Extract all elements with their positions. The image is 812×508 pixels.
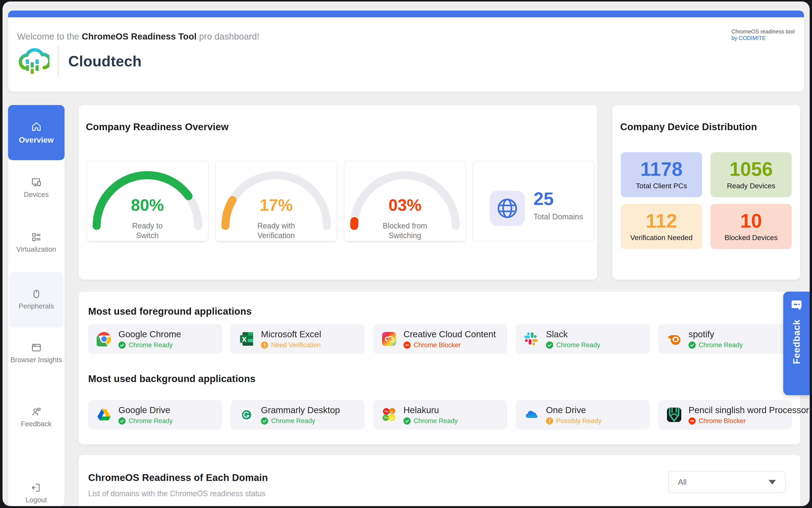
feedback-tab-label: Feedback — [791, 320, 802, 364]
app-tile-spotify[interactable]: spotify Chrome Ready — [658, 324, 792, 354]
onedrive-icon — [524, 408, 539, 422]
device-distribution-title: Company Device Distribution — [620, 121, 757, 132]
feedback-bubble-icon — [790, 299, 803, 312]
background-apps-title: Most used background applications — [88, 373, 256, 384]
grammarly-icon — [239, 408, 254, 422]
device-distribution-card: Company Device Distribution 1178 Total C… — [612, 105, 800, 280]
gauge-label: Blocked fromSwitching — [344, 221, 466, 241]
domain-readiness-card: ChromeOS Readiness of Each Domain List o… — [79, 455, 800, 506]
total-domains-value: 25 — [534, 188, 554, 209]
warning-circle-icon — [261, 341, 268, 349]
cloudtech-logo — [18, 45, 49, 78]
stat-ready-devices: 1056 Ready Devices — [710, 152, 792, 197]
app-tile-one-drive[interactable]: One Drive Possibly Ready — [516, 400, 650, 430]
company-name: Cloudtech — [68, 53, 142, 70]
dashboard-page: Welcome to the ChromeOS Readiness Tool p… — [3, 1, 810, 506]
slack-icon — [524, 332, 539, 346]
domain-readiness-subtitle: List of domains with the ChromeOS readin… — [88, 489, 265, 498]
microsoft-excel-icon — [239, 332, 254, 346]
check-circle-icon — [261, 417, 268, 425]
check-circle-icon — [403, 417, 411, 425]
gauge-value: 03% — [344, 196, 466, 215]
globe-icon — [496, 197, 519, 220]
check-circle-icon — [546, 341, 553, 349]
app-tile-creative-cloud[interactable]: Creative Cloud Content Chrome Blocker — [373, 324, 507, 354]
app-tile-pencil-word-processor[interactable]: Pencil singlish word Processor Chrome Bl… — [658, 400, 792, 430]
sidebar: Overview Devices Virtualization — [8, 105, 65, 506]
mouse-icon — [31, 289, 42, 299]
google-drive-icon — [96, 408, 111, 422]
app-tile-helakuru[interactable]: Helakuru Chrome Ready — [373, 400, 507, 430]
gauge-value: 17% — [216, 196, 337, 215]
creative-cloud-icon — [382, 332, 396, 346]
gauge-ready-with-verification: 17% Ready withVerification — [215, 161, 337, 241]
app-tile-google-chrome[interactable]: Google Chrome Chrome Ready — [88, 324, 222, 354]
google-chrome-icon — [96, 332, 111, 346]
brand-title: ChromeOS readiness tool — [731, 28, 795, 35]
stat-verification-needed: 112 Verification Needed — [621, 204, 702, 249]
pencil-icon — [667, 408, 682, 422]
check-circle-icon — [689, 341, 696, 349]
sidebar-item-peripherals[interactable]: Peripherals — [8, 289, 65, 310]
gauge-ready-to-switch: 80% Ready toSwitch — [86, 161, 208, 241]
total-domains-label: Total Domains — [534, 212, 583, 221]
sidebar-item-feedback[interactable]: Feedback — [8, 406, 65, 428]
readiness-overview-card: Company Readiness Overview 80% Ready toS… — [79, 105, 597, 280]
logout-icon — [31, 482, 42, 493]
readiness-overview-title: Company Readiness Overview — [86, 121, 229, 132]
check-circle-icon — [118, 417, 126, 425]
sidebar-item-overview[interactable]: Overview — [8, 105, 65, 160]
home-icon — [31, 121, 42, 132]
sidebar-item-devices[interactable]: Devices — [8, 177, 65, 199]
check-circle-icon — [118, 341, 126, 349]
browser-icon — [31, 342, 42, 353]
app-tile-slack[interactable]: Slack Chrome Ready — [516, 324, 650, 354]
devices-icon — [31, 177, 42, 188]
header-card: Welcome to the ChromeOS Readiness Tool p… — [8, 10, 804, 91]
virtualization-icon — [31, 232, 42, 242]
header-accent-bar — [8, 10, 804, 17]
gauge-value: 80% — [87, 196, 208, 215]
blocked-circle-icon — [689, 417, 696, 425]
helakuru-icon — [382, 408, 396, 422]
domain-readiness-title: ChromeOS Readiness of Each Domain — [88, 472, 268, 483]
blocked-circle-icon — [403, 341, 411, 349]
sidebar-item-browser-insights[interactable]: Browser Insights — [8, 342, 65, 364]
feedback-tab-button[interactable]: Feedback — [783, 292, 810, 395]
stat-blocked-devices: 10 Blocked Devices — [710, 204, 792, 249]
spotify-icon — [667, 332, 682, 346]
foreground-apps-title: Most used foreground applications — [88, 305, 252, 317]
total-domains-card: 25 Total Domains — [473, 161, 595, 241]
gauge-label: Ready toSwitch — [87, 221, 208, 241]
gauge-label: Ready withVerification — [216, 221, 337, 241]
gauge-blocked-from-switching: 03% Blocked fromSwitching — [344, 161, 466, 241]
app-tile-grammarly[interactable]: Grammarly Desktop Chrome Ready — [231, 400, 364, 430]
logo-divider — [58, 46, 59, 77]
stat-total-client-pcs: 1178 Total Client PCs — [621, 152, 702, 197]
sidebar-item-logout[interactable]: Logout — [8, 482, 65, 504]
domain-filter-value: All — [678, 478, 687, 486]
brand-by-link[interactable]: by CODIMITE — [731, 35, 795, 41]
person-feedback-icon — [31, 406, 42, 417]
app-tile-microsoft-excel[interactable]: Microsoft Excel Need Verification — [231, 324, 364, 354]
applications-card: Most used foreground applications Google… — [79, 292, 800, 444]
sidebar-item-virtualization[interactable]: Virtualization — [8, 232, 65, 253]
app-tile-google-drive[interactable]: Google Drive Chrome Ready — [88, 400, 222, 430]
welcome-message: Welcome to the ChromeOS Readiness Tool p… — [17, 32, 260, 42]
domain-filter-select[interactable]: All — [668, 471, 785, 493]
warning-circle-icon — [546, 417, 553, 425]
chevron-down-icon — [769, 480, 776, 484]
